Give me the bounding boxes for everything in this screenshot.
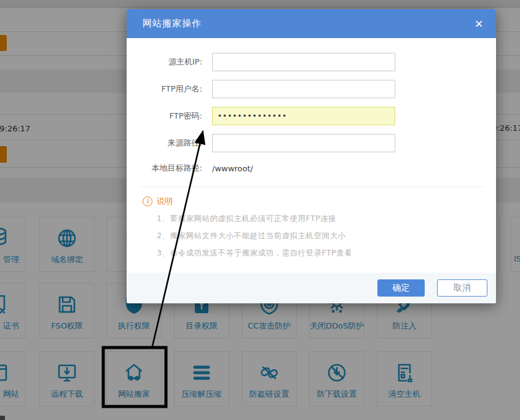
ftp-username-label: FTP用户名:	[127, 84, 212, 95]
target-path-label: 本地目标路径:	[127, 163, 212, 174]
dialog-header: 网站搬家操作 ✕	[127, 9, 496, 38]
ftp-password-input[interactable]	[212, 107, 395, 125]
note-item: 2、搬家网站文件大小不能超过当前虚拟主机空间大小	[157, 231, 496, 241]
form-row: FTP用户名:	[127, 80, 496, 98]
note-header: i 说明	[143, 196, 496, 207]
form-row: 来源路径:	[127, 134, 496, 152]
source-ip-label: 源主机IP:	[127, 56, 212, 68]
site-mover-dialog: 网站搬家操作 ✕ 源主机IP: FTP用户名: FTP密码: 来源路径: 本地目…	[127, 9, 496, 303]
note-block: i 说明 1、要搬家网站的虚拟主机必须可正常使用FTP连接 2、搬家网站文件大小…	[127, 187, 496, 259]
form-row: 本地目标路径: /wwwroot/	[127, 161, 496, 176]
form-row: 源主机IP:	[127, 53, 496, 71]
page: 09:26:17 09:26:17 管理 域名绑定 FT	[0, 0, 520, 420]
source-ip-input[interactable]	[212, 53, 395, 71]
note-title: 说明	[157, 196, 173, 207]
dialog-title: 网站搬家操作	[127, 18, 202, 29]
target-path-value: /wwwroot/	[212, 164, 253, 173]
source-path-input[interactable]	[212, 134, 395, 152]
ok-button[interactable]: 确定	[377, 279, 425, 297]
info-icon: i	[143, 196, 152, 206]
form-row: FTP密码:	[127, 107, 496, 125]
source-path-label: 来源路径:	[127, 138, 212, 149]
note-item: 3、命令成功发送不等于搬家成功，需自行登录FTP查看	[157, 248, 496, 259]
dialog-footer: 确定 取消	[127, 273, 496, 303]
note-item: 1、要搬家网站的虚拟主机必须可正常使用FTP连接	[157, 214, 496, 224]
cancel-button[interactable]: 取消	[437, 279, 487, 297]
close-icon[interactable]: ✕	[471, 17, 486, 31]
ftp-password-label: FTP密码:	[127, 111, 212, 122]
ftp-username-input[interactable]	[212, 80, 395, 98]
dialog-body: 源主机IP: FTP用户名: FTP密码: 来源路径: 本地目标路径: /www…	[127, 38, 496, 259]
